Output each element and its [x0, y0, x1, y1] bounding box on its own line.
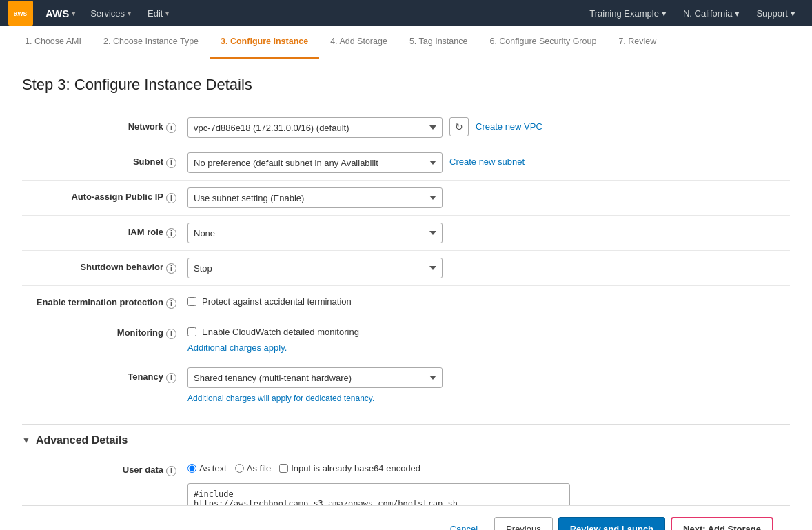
- userdata-astext-option[interactable]: As text: [187, 463, 227, 473]
- monitoring-row: Monitoring i Enable CloudWatch detailed …: [22, 316, 790, 360]
- userdata-info-icon[interactable]: i: [166, 466, 176, 476]
- advanced-triangle-icon: ▼: [22, 436, 30, 445]
- support-label: Support: [756, 8, 788, 19]
- userdata-textarea[interactable]: [187, 483, 570, 505]
- training-label: Training Example: [589, 8, 659, 19]
- region-chevron: ▾: [735, 8, 740, 19]
- network-label: Network i: [22, 117, 187, 133]
- content-area: Step 3: Configure Instance Details Netwo…: [22, 76, 790, 505]
- step-4[interactable]: 4. Add Storage: [319, 26, 398, 59]
- tenancy-label: Tenancy i: [22, 367, 187, 383]
- previous-button[interactable]: Previous: [494, 517, 553, 530]
- userdata-astext-radio[interactable]: [187, 464, 196, 473]
- subnet-select[interactable]: No preference (default subnet in any Ava…: [187, 152, 443, 173]
- iam-label: IAM role i: [22, 223, 187, 238]
- next-add-storage-button[interactable]: Next: Add Storage: [671, 517, 773, 530]
- edit-chevron: ▾: [165, 10, 169, 17]
- aws-logo: aws: [8, 1, 33, 26]
- iam-row: IAM role i None: [22, 215, 790, 250]
- instance-form: Network i vpc-7d886e18 (172.31.0.0/16) (…: [22, 110, 790, 410]
- termination-checkbox[interactable]: [187, 297, 196, 306]
- iam-select[interactable]: None: [187, 223, 443, 243]
- monitoring-extra: Enable CloudWatch detailed monitoring Ad…: [187, 323, 359, 353]
- monitoring-checkbox-label[interactable]: Enable CloudWatch detailed monitoring: [187, 323, 359, 337]
- refresh-icon: ↻: [455, 121, 463, 132]
- monitoring-checkbox[interactable]: [187, 327, 196, 336]
- aws-label: AWS: [45, 8, 69, 19]
- userdata-asfile-option[interactable]: As file: [235, 463, 271, 473]
- subnet-label: Subnet i: [22, 152, 187, 168]
- userdata-label: User data i: [22, 460, 187, 476]
- tenancy-info-icon[interactable]: i: [166, 373, 176, 383]
- region-nav-item[interactable]: N. California ▾: [675, 0, 749, 26]
- monitoring-controls: Enable CloudWatch detailed monitoring Ad…: [187, 323, 790, 353]
- network-row: Network i vpc-7d886e18 (172.31.0.0/16) (…: [22, 110, 790, 145]
- page-title: Step 3: Configure Instance Details: [22, 76, 790, 94]
- svg-text:aws: aws: [14, 10, 28, 17]
- shutdown-row: Shutdown behavior i Stop: [22, 250, 790, 285]
- subnet-info-icon[interactable]: i: [166, 158, 176, 168]
- network-controls: vpc-7d886e18 (172.31.0.0/16) (default) ↻…: [187, 117, 790, 138]
- auto-assign-info-icon[interactable]: i: [166, 193, 176, 203]
- bottom-action-bar: Cancel Previous Review and Launch Next: …: [22, 505, 790, 530]
- shutdown-select[interactable]: Stop: [187, 258, 443, 278]
- tenancy-row: Tenancy i Shared tenancy (multi-tenant h…: [22, 360, 790, 410]
- wizard-steps: 1. Choose AMI 2. Choose Instance Type 3.…: [0, 26, 812, 59]
- advanced-details-label: Advanced Details: [36, 434, 128, 447]
- monitoring-label: Monitoring i: [22, 323, 187, 339]
- subnet-row: Subnet i No preference (default subnet i…: [22, 145, 790, 180]
- services-chevron: ▾: [128, 10, 131, 17]
- support-nav-item[interactable]: Support ▾: [748, 0, 804, 26]
- top-navigation: aws AWS ▾ Services ▾ Edit ▾ Training Exa…: [0, 0, 812, 26]
- create-subnet-link[interactable]: Create new subnet: [449, 152, 525, 167]
- auto-assign-controls: Use subnet setting (Enable): [187, 187, 790, 208]
- network-info-icon[interactable]: i: [166, 123, 176, 133]
- userdata-base64-option[interactable]: Input is already base64 encoded: [279, 463, 420, 473]
- services-label: Services: [90, 8, 125, 19]
- training-nav-item[interactable]: Training Example ▾: [581, 0, 675, 26]
- network-select[interactable]: vpc-7d886e18 (172.31.0.0/16) (default): [187, 117, 443, 138]
- create-vpc-link[interactable]: Create new VPC: [476, 117, 542, 132]
- iam-info-icon[interactable]: i: [166, 228, 176, 238]
- step-1[interactable]: 1. Choose AMI: [14, 26, 92, 59]
- userdata-astext-label: As text: [199, 463, 227, 473]
- subnet-controls: No preference (default subnet in any Ava…: [187, 152, 790, 173]
- termination-label: Enable termination protection i: [22, 293, 187, 309]
- region-label: N. California: [683, 8, 733, 19]
- step-7[interactable]: 7. Review: [607, 26, 667, 59]
- termination-controls: Protect against accidental termination: [187, 293, 790, 307]
- userdata-asfile-label: As file: [247, 463, 271, 473]
- edit-nav-item[interactable]: Edit ▾: [139, 0, 177, 26]
- step-6[interactable]: 6. Configure Security Group: [478, 26, 607, 59]
- step-3[interactable]: 3. Configure Instance: [210, 26, 319, 59]
- termination-info-icon[interactable]: i: [166, 298, 176, 309]
- termination-row: Enable termination protection i Protect …: [22, 285, 790, 316]
- edit-label: Edit: [148, 8, 163, 19]
- userdata-controls: As text As file Input is already base64 …: [187, 460, 790, 505]
- network-refresh-button[interactable]: ↻: [449, 117, 469, 136]
- userdata-base64-checkbox[interactable]: [279, 464, 288, 473]
- review-launch-button[interactable]: Review and Launch: [558, 517, 665, 530]
- auto-assign-label: Auto-assign Public IP i: [22, 187, 187, 203]
- monitoring-info-icon[interactable]: i: [166, 329, 176, 339]
- step-2[interactable]: 2. Choose Instance Type: [92, 26, 210, 59]
- shutdown-info-icon[interactable]: i: [166, 263, 176, 274]
- userdata-asfile-radio[interactable]: [235, 464, 244, 473]
- advanced-details-section: User data i As text As file: [22, 453, 790, 505]
- main-content: Step 3: Configure Instance Details Netwo…: [0, 59, 812, 530]
- auto-assign-select[interactable]: Use subnet setting (Enable): [187, 187, 443, 208]
- monitoring-charges-link[interactable]: Additional charges apply.: [187, 338, 359, 353]
- userdata-base64-label: Input is already base64 encoded: [291, 463, 420, 473]
- cancel-button[interactable]: Cancel: [439, 517, 489, 530]
- step-5[interactable]: 5. Tag Instance: [398, 26, 479, 59]
- advanced-details-header[interactable]: ▼ Advanced Details: [22, 424, 790, 453]
- aws-chevron: ▾: [72, 10, 75, 17]
- auto-assign-row: Auto-assign Public IP i Use subnet setti…: [22, 180, 790, 215]
- termination-checkbox-label[interactable]: Protect against accidental termination: [187, 293, 352, 307]
- shutdown-controls: Stop: [187, 258, 790, 278]
- tenancy-charges-note[interactable]: Additional charges will apply for dedica…: [187, 394, 443, 403]
- tenancy-select[interactable]: Shared tenancy (multi-tenant hardware): [187, 367, 443, 388]
- monitoring-checkbox-text: Enable CloudWatch detailed monitoring: [202, 327, 359, 337]
- aws-nav-brand[interactable]: AWS ▾: [39, 8, 82, 19]
- services-nav-item[interactable]: Services ▾: [82, 0, 139, 26]
